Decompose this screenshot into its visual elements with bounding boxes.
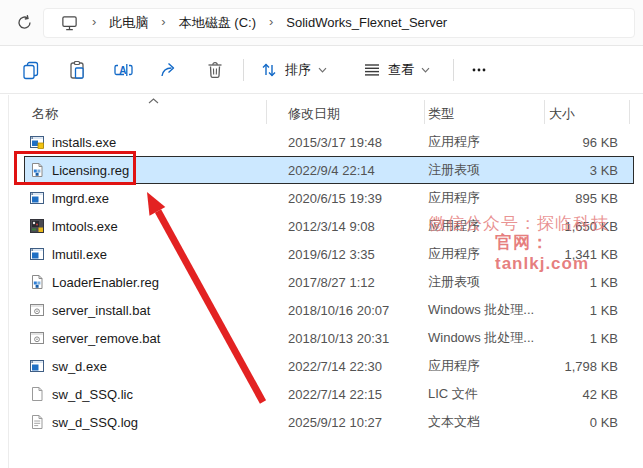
column-header-date[interactable]: 修改日期	[288, 105, 340, 123]
breadcrumb-current-folder[interactable]: SolidWorks_Flexnet_Server	[286, 15, 447, 30]
column-header-size[interactable]: 大小	[549, 105, 575, 123]
file-date: 2022/7/14 22:15	[266, 387, 424, 402]
file-date: 2019/6/12 3:35	[266, 247, 424, 262]
file-size: 1 KB	[544, 303, 634, 318]
pane-divider	[8, 95, 9, 468]
address-bar: › 此电脑 › 本地磁盘 (C:) › SolidWorks_Flexnet_S…	[0, 0, 643, 46]
file-type: 注册表项	[424, 273, 544, 291]
view-button-label: 查看	[388, 61, 414, 79]
installer-exe-icon	[29, 134, 45, 150]
file-date: 2025/9/12 10:27	[266, 415, 424, 430]
more-icon	[470, 61, 488, 79]
file-row[interactable]: sw_d_SSQ.log 2025/9/12 10:27 文本文档 0 KB	[24, 408, 634, 436]
sort-ascending-indicator-icon	[148, 92, 159, 107]
reg-file-icon	[29, 274, 45, 290]
breadcrumb-chevron-icon: ›	[161, 14, 165, 29]
toolbar-divider	[243, 59, 244, 81]
lic-file-icon	[29, 386, 45, 402]
file-type: 应用程序	[424, 245, 544, 263]
column-separator[interactable]	[424, 100, 425, 124]
file-date: 2018/10/16 20:07	[266, 303, 424, 318]
more-options-button[interactable]	[459, 53, 499, 87]
file-size: 42 KB	[544, 387, 634, 402]
file-size: 1 KB	[544, 275, 634, 290]
breadcrumb-this-pc[interactable]: 此电脑	[109, 14, 148, 32]
file-date: 2022/7/14 22:30	[266, 359, 424, 374]
rename-button[interactable]: A	[100, 53, 146, 87]
column-separator[interactable]	[629, 100, 630, 124]
file-type: 应用程序	[424, 217, 544, 235]
app-exe-icon	[29, 246, 45, 262]
paste-button[interactable]	[54, 53, 100, 87]
file-date: 2015/3/17 19:48	[266, 135, 424, 150]
column-header-name[interactable]: 名称	[32, 105, 58, 123]
file-row[interactable]: lmgrd.exe 2020/6/15 19:39 应用程序 895 KB	[24, 184, 634, 212]
column-separator[interactable]	[266, 100, 267, 124]
breadcrumb[interactable]: › 此电脑 › 本地磁盘 (C:) › SolidWorks_Flexnet_S…	[43, 8, 635, 38]
refresh-icon	[16, 14, 33, 31]
file-name: Licensing.reg	[52, 163, 129, 178]
breadcrumb-chevron-icon: ›	[269, 14, 273, 29]
view-icon	[363, 61, 381, 79]
file-row[interactable]: LoaderEnabler.reg 2017/8/27 1:12 注册表项 1 …	[24, 268, 634, 296]
file-size: 1,650 KB	[544, 219, 634, 234]
share-icon	[159, 60, 179, 80]
breadcrumb-drive-c[interactable]: 本地磁盘 (C:)	[179, 14, 256, 32]
file-name: lmgrd.exe	[52, 191, 109, 206]
column-separator[interactable]	[544, 100, 545, 124]
file-type: 应用程序	[424, 189, 544, 207]
log-file-icon	[29, 414, 45, 430]
file-name: server_install.bat	[52, 303, 150, 318]
file-date: 2017/8/27 1:12	[266, 275, 424, 290]
file-type: 应用程序	[424, 357, 544, 375]
file-type: Windows 批处理...	[424, 329, 544, 347]
delete-icon	[205, 60, 225, 80]
file-name: lmtools.exe	[52, 219, 118, 234]
file-type: 应用程序	[424, 133, 544, 151]
file-type: 注册表项	[424, 161, 544, 179]
sort-button-label: 排序	[285, 61, 311, 79]
column-header-type[interactable]: 类型	[428, 105, 454, 123]
app-exe-icon	[29, 358, 45, 374]
share-button[interactable]	[146, 53, 192, 87]
file-name: installs.exe	[52, 135, 116, 150]
refresh-button[interactable]	[8, 7, 40, 39]
rename-icon: A	[113, 60, 134, 80]
file-row[interactable]: installs.exe 2015/3/17 19:48 应用程序 96 KB	[24, 128, 634, 156]
command-toolbar: A 排序	[0, 47, 643, 94]
delete-button[interactable]	[192, 53, 238, 87]
file-row[interactable]: sw_d_SSQ.lic 2022/7/14 22:15 LIC 文件 42 K…	[24, 380, 634, 408]
file-row[interactable]: lmutil.exe 2019/6/12 3:35 应用程序 1,341 KB	[24, 240, 634, 268]
file-row[interactable]: server_install.bat 2018/10/16 20:07 Wind…	[24, 296, 634, 324]
file-row[interactable]: server_remove.bat 2018/10/13 20:31 Windo…	[24, 324, 634, 352]
file-list: installs.exe 2015/3/17 19:48 应用程序 96 KB …	[24, 128, 634, 436]
file-size: 1,798 KB	[544, 359, 634, 374]
copy-icon	[21, 60, 41, 80]
file-name: sw_d_SSQ.log	[52, 415, 138, 430]
file-type: Windows 批处理...	[424, 301, 544, 319]
app-exe-icon	[29, 190, 45, 206]
svg-text:A: A	[119, 65, 126, 76]
file-date: 2018/10/13 20:31	[266, 331, 424, 346]
file-name: LoaderEnabler.reg	[52, 275, 159, 290]
file-size: 1 KB	[544, 331, 634, 346]
paste-icon	[67, 60, 87, 80]
file-size: 3 KB	[544, 163, 634, 178]
batch-file-icon	[29, 330, 45, 346]
file-row[interactable]: lmtools.exe 2012/3/14 9:08 应用程序 1,650 KB	[24, 212, 634, 240]
chevron-down-icon	[421, 67, 430, 73]
file-type: LIC 文件	[424, 385, 544, 403]
breadcrumb-chevron-icon: ›	[92, 14, 96, 29]
copy-button[interactable]	[8, 53, 54, 87]
sort-button[interactable]: 排序	[249, 53, 338, 87]
file-date: 2022/9/4 22:14	[266, 163, 424, 178]
file-name: sw_d.exe	[52, 359, 107, 374]
file-date: 2012/3/14 9:08	[266, 219, 424, 234]
reg-file-icon	[29, 162, 45, 178]
file-row-selected[interactable]: Licensing.reg 2022/9/4 22:14 注册表项 3 KB	[24, 156, 634, 184]
file-name: lmutil.exe	[52, 247, 107, 262]
view-button[interactable]: 查看	[352, 53, 441, 87]
file-date: 2020/6/15 19:39	[266, 191, 424, 206]
file-size: 1,341 KB	[544, 247, 634, 262]
file-row[interactable]: sw_d.exe 2022/7/14 22:30 应用程序 1,798 KB	[24, 352, 634, 380]
